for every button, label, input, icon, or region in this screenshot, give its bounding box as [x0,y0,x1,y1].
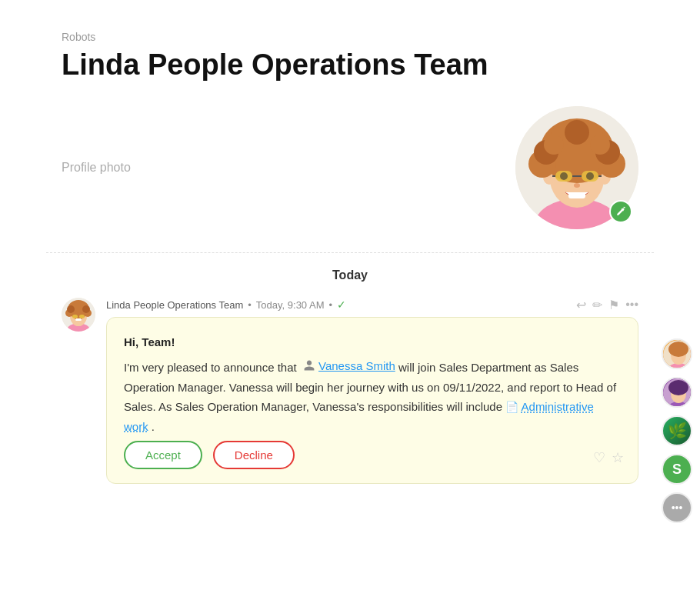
star-reaction-icon[interactable]: ☆ [612,447,624,469]
sidebar-avatar-2-img [663,378,692,408]
sidebar-avatar-5-dots: ••• [672,502,683,514]
vanessa-link[interactable]: Vanessa Smith [318,356,395,376]
sidebar-avatar-5[interactable]: ••• [662,492,692,523]
flag-icon[interactable]: ⚑ [608,298,619,312]
breadcrumb: Robots [62,31,638,43]
svg-rect-37 [75,318,82,321]
sidebar-avatar-1[interactable] [662,338,692,369]
edit-avatar-button[interactable] [609,200,632,223]
svg-rect-36 [79,315,85,318]
message-row: Linda People Operations Team • Today, 9:… [62,298,638,484]
svg-point-23 [574,183,580,188]
page-title: Linda People Operations Team [62,48,638,83]
accept-button[interactable]: Accept [124,441,202,469]
intro-text: I'm very pleased to announce that [124,361,297,374]
sidebar-avatar-4[interactable]: S [662,454,692,485]
svg-rect-35 [72,315,78,318]
svg-point-21 [560,172,568,180]
meta-dot2: • [329,299,333,311]
header-section: Robots Linda People Operations Team [0,0,700,83]
svg-point-15 [590,135,610,155]
svg-point-22 [586,172,594,180]
heart-reaction-icon[interactable]: ♡ [593,447,605,469]
svg-point-13 [565,120,589,145]
message-actions: ↩ ✏ ⚑ ••• [576,298,638,312]
decline-button[interactable]: Decline [213,441,295,469]
meta-dot: • [248,299,252,311]
reply-icon[interactable]: ↩ [576,298,586,312]
sender-name: Linda People Operations Team [106,299,243,311]
edit-message-icon[interactable]: ✏ [592,298,602,312]
sender-avatar-svg [62,298,95,332]
sender-avatar [62,298,95,332]
right-sidebar: 🌿 S ••• [654,331,700,531]
message-timestamp: Today, 9:30 AM [256,299,325,311]
profile-avatar-wrap [515,106,638,229]
person-icon [303,359,315,372]
read-check-icon: ✓ [337,298,346,311]
svg-point-14 [544,135,564,155]
sidebar-avatar-4-letter: S [672,462,682,478]
svg-point-34 [82,305,90,313]
message-meta: Linda People Operations Team • Today, 9:… [106,298,638,312]
svg-point-33 [67,305,75,313]
sidebar-avatar-1-img [663,340,692,369]
profile-section: Profile photo [0,83,700,252]
edit-icon [615,206,626,217]
profile-label: Profile photo [62,161,131,175]
svg-rect-24 [568,192,585,198]
sidebar-avatar-2[interactable] [662,377,692,408]
more-options-icon[interactable]: ••• [625,298,638,312]
message-content: Linda People Operations Team • Today, 9:… [106,298,638,484]
user-mention: Vanessa Smith [303,356,395,376]
sidebar-avatar-3[interactable]: 🌿 [662,415,692,446]
greeting: Hi, Team! [124,333,621,352]
bubble-reactions: ♡ ☆ [593,447,624,469]
date-label: Today [62,268,638,282]
body-text-2: . [148,420,155,433]
svg-point-41 [668,342,688,357]
message-text: I'm very pleased to announce that Vaness… [124,361,616,433]
message-bubble: Hi, Team! I'm very pleased to announce t… [106,317,638,484]
bubble-buttons: Accept Decline [124,441,295,469]
svg-point-45 [668,380,688,395]
chat-section: Today Linda People Opera [0,253,700,499]
doc-icon: 📄 [505,401,518,413]
